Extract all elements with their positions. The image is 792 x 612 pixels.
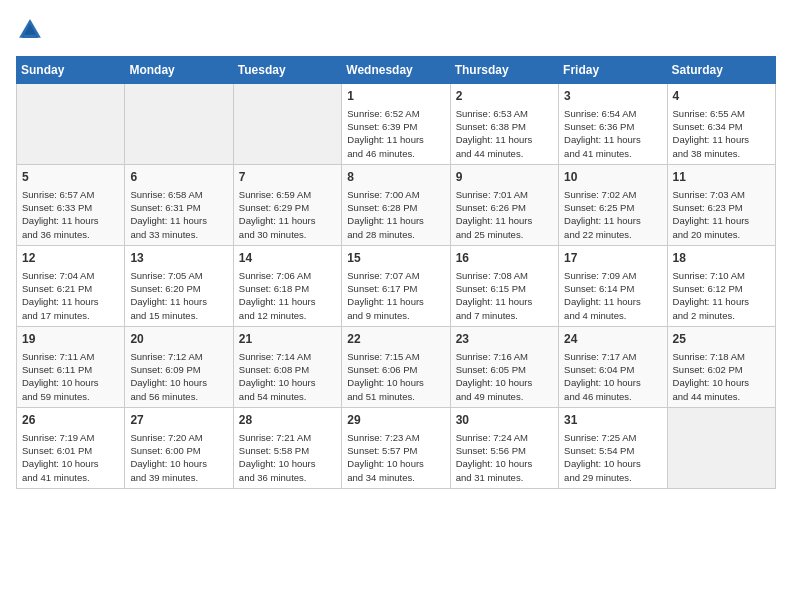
calendar-cell: 17Sunrise: 7:09 AM Sunset: 6:14 PM Dayli… (559, 245, 667, 326)
day-number: 5 (22, 169, 119, 186)
day-number: 2 (456, 88, 553, 105)
day-info: Sunrise: 7:09 AM Sunset: 6:14 PM Dayligh… (564, 269, 661, 322)
calendar-cell: 27Sunrise: 7:20 AM Sunset: 6:00 PM Dayli… (125, 407, 233, 488)
day-info: Sunrise: 7:19 AM Sunset: 6:01 PM Dayligh… (22, 431, 119, 484)
day-number: 1 (347, 88, 444, 105)
calendar-cell: 29Sunrise: 7:23 AM Sunset: 5:57 PM Dayli… (342, 407, 450, 488)
calendar-week-4: 19Sunrise: 7:11 AM Sunset: 6:11 PM Dayli… (17, 326, 776, 407)
calendar-cell: 6Sunrise: 6:58 AM Sunset: 6:31 PM Daylig… (125, 164, 233, 245)
day-number: 25 (673, 331, 770, 348)
logo (16, 16, 48, 44)
calendar-cell: 20Sunrise: 7:12 AM Sunset: 6:09 PM Dayli… (125, 326, 233, 407)
day-info: Sunrise: 6:59 AM Sunset: 6:29 PM Dayligh… (239, 188, 336, 241)
svg-rect-2 (24, 35, 36, 38)
weekday-header-thursday: Thursday (450, 57, 558, 84)
day-info: Sunrise: 6:52 AM Sunset: 6:39 PM Dayligh… (347, 107, 444, 160)
day-info: Sunrise: 7:07 AM Sunset: 6:17 PM Dayligh… (347, 269, 444, 322)
calendar-cell: 31Sunrise: 7:25 AM Sunset: 5:54 PM Dayli… (559, 407, 667, 488)
calendar-week-1: 1Sunrise: 6:52 AM Sunset: 6:39 PM Daylig… (17, 84, 776, 165)
day-info: Sunrise: 7:08 AM Sunset: 6:15 PM Dayligh… (456, 269, 553, 322)
calendar-cell: 24Sunrise: 7:17 AM Sunset: 6:04 PM Dayli… (559, 326, 667, 407)
day-info: Sunrise: 7:15 AM Sunset: 6:06 PM Dayligh… (347, 350, 444, 403)
weekday-header-monday: Monday (125, 57, 233, 84)
day-number: 14 (239, 250, 336, 267)
day-number: 26 (22, 412, 119, 429)
day-info: Sunrise: 6:55 AM Sunset: 6:34 PM Dayligh… (673, 107, 770, 160)
calendar-table: SundayMondayTuesdayWednesdayThursdayFrid… (16, 56, 776, 489)
calendar-cell: 13Sunrise: 7:05 AM Sunset: 6:20 PM Dayli… (125, 245, 233, 326)
day-number: 7 (239, 169, 336, 186)
calendar-cell: 3Sunrise: 6:54 AM Sunset: 6:36 PM Daylig… (559, 84, 667, 165)
day-number: 6 (130, 169, 227, 186)
calendar-cell: 4Sunrise: 6:55 AM Sunset: 6:34 PM Daylig… (667, 84, 775, 165)
weekday-header-saturday: Saturday (667, 57, 775, 84)
day-number: 11 (673, 169, 770, 186)
calendar-cell (667, 407, 775, 488)
calendar-cell: 16Sunrise: 7:08 AM Sunset: 6:15 PM Dayli… (450, 245, 558, 326)
calendar-cell: 22Sunrise: 7:15 AM Sunset: 6:06 PM Dayli… (342, 326, 450, 407)
day-info: Sunrise: 7:14 AM Sunset: 6:08 PM Dayligh… (239, 350, 336, 403)
calendar-cell (17, 84, 125, 165)
day-number: 24 (564, 331, 661, 348)
calendar-cell: 28Sunrise: 7:21 AM Sunset: 5:58 PM Dayli… (233, 407, 341, 488)
calendar-cell: 1Sunrise: 6:52 AM Sunset: 6:39 PM Daylig… (342, 84, 450, 165)
day-number: 16 (456, 250, 553, 267)
day-number: 21 (239, 331, 336, 348)
calendar-cell: 8Sunrise: 7:00 AM Sunset: 6:28 PM Daylig… (342, 164, 450, 245)
day-number: 29 (347, 412, 444, 429)
day-number: 22 (347, 331, 444, 348)
day-number: 12 (22, 250, 119, 267)
day-info: Sunrise: 7:24 AM Sunset: 5:56 PM Dayligh… (456, 431, 553, 484)
day-info: Sunrise: 6:58 AM Sunset: 6:31 PM Dayligh… (130, 188, 227, 241)
day-number: 31 (564, 412, 661, 429)
calendar-cell (233, 84, 341, 165)
day-number: 23 (456, 331, 553, 348)
day-number: 27 (130, 412, 227, 429)
calendar-cell: 19Sunrise: 7:11 AM Sunset: 6:11 PM Dayli… (17, 326, 125, 407)
day-info: Sunrise: 7:21 AM Sunset: 5:58 PM Dayligh… (239, 431, 336, 484)
calendar-cell: 26Sunrise: 7:19 AM Sunset: 6:01 PM Dayli… (17, 407, 125, 488)
weekday-header-friday: Friday (559, 57, 667, 84)
calendar-cell (125, 84, 233, 165)
calendar-cell: 25Sunrise: 7:18 AM Sunset: 6:02 PM Dayli… (667, 326, 775, 407)
day-number: 15 (347, 250, 444, 267)
calendar-cell: 14Sunrise: 7:06 AM Sunset: 6:18 PM Dayli… (233, 245, 341, 326)
day-info: Sunrise: 7:18 AM Sunset: 6:02 PM Dayligh… (673, 350, 770, 403)
weekday-header-wednesday: Wednesday (342, 57, 450, 84)
calendar-week-2: 5Sunrise: 6:57 AM Sunset: 6:33 PM Daylig… (17, 164, 776, 245)
calendar-cell: 15Sunrise: 7:07 AM Sunset: 6:17 PM Dayli… (342, 245, 450, 326)
day-info: Sunrise: 7:00 AM Sunset: 6:28 PM Dayligh… (347, 188, 444, 241)
calendar-week-5: 26Sunrise: 7:19 AM Sunset: 6:01 PM Dayli… (17, 407, 776, 488)
day-info: Sunrise: 7:04 AM Sunset: 6:21 PM Dayligh… (22, 269, 119, 322)
day-number: 13 (130, 250, 227, 267)
calendar-cell: 11Sunrise: 7:03 AM Sunset: 6:23 PM Dayli… (667, 164, 775, 245)
day-number: 3 (564, 88, 661, 105)
calendar-week-3: 12Sunrise: 7:04 AM Sunset: 6:21 PM Dayli… (17, 245, 776, 326)
page-header (16, 16, 776, 44)
day-number: 10 (564, 169, 661, 186)
calendar-cell: 7Sunrise: 6:59 AM Sunset: 6:29 PM Daylig… (233, 164, 341, 245)
day-number: 8 (347, 169, 444, 186)
day-number: 30 (456, 412, 553, 429)
calendar-cell: 5Sunrise: 6:57 AM Sunset: 6:33 PM Daylig… (17, 164, 125, 245)
calendar-cell: 9Sunrise: 7:01 AM Sunset: 6:26 PM Daylig… (450, 164, 558, 245)
day-number: 9 (456, 169, 553, 186)
day-number: 20 (130, 331, 227, 348)
calendar-cell: 23Sunrise: 7:16 AM Sunset: 6:05 PM Dayli… (450, 326, 558, 407)
day-number: 19 (22, 331, 119, 348)
day-info: Sunrise: 7:17 AM Sunset: 6:04 PM Dayligh… (564, 350, 661, 403)
calendar-cell: 12Sunrise: 7:04 AM Sunset: 6:21 PM Dayli… (17, 245, 125, 326)
day-info: Sunrise: 6:57 AM Sunset: 6:33 PM Dayligh… (22, 188, 119, 241)
day-info: Sunrise: 7:12 AM Sunset: 6:09 PM Dayligh… (130, 350, 227, 403)
day-info: Sunrise: 7:05 AM Sunset: 6:20 PM Dayligh… (130, 269, 227, 322)
day-number: 17 (564, 250, 661, 267)
weekday-header-tuesday: Tuesday (233, 57, 341, 84)
day-info: Sunrise: 7:03 AM Sunset: 6:23 PM Dayligh… (673, 188, 770, 241)
day-number: 18 (673, 250, 770, 267)
calendar-cell: 21Sunrise: 7:14 AM Sunset: 6:08 PM Dayli… (233, 326, 341, 407)
day-info: Sunrise: 7:11 AM Sunset: 6:11 PM Dayligh… (22, 350, 119, 403)
calendar-cell: 10Sunrise: 7:02 AM Sunset: 6:25 PM Dayli… (559, 164, 667, 245)
weekday-header-sunday: Sunday (17, 57, 125, 84)
calendar-cell: 30Sunrise: 7:24 AM Sunset: 5:56 PM Dayli… (450, 407, 558, 488)
day-info: Sunrise: 7:25 AM Sunset: 5:54 PM Dayligh… (564, 431, 661, 484)
